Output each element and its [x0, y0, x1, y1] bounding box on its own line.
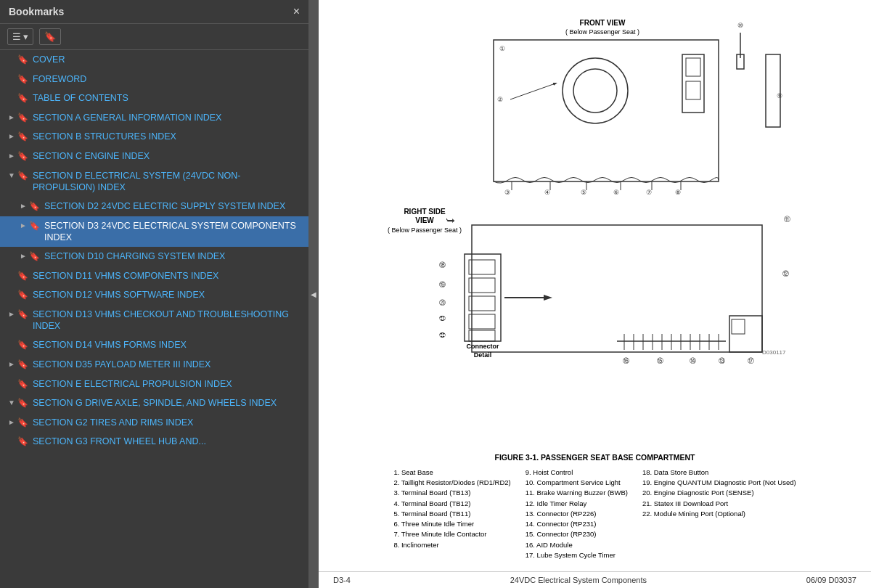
legend-section: 1. Seat Base 2. Taillight Resistor/Diode… — [393, 467, 796, 560]
bookmark-foreword[interactable]: 🔖 FOREWORD — [0, 70, 308, 89]
svg-text:⑲: ⑲ — [439, 281, 446, 288]
bookmark-icon-d2: 🔖 — [29, 201, 41, 213]
no-arrow-e — [6, 379, 17, 388]
bookmark-section-d11[interactable]: 🔖 SECTION D11 VHMS COMPONENTS INDEX — [0, 266, 308, 286]
bookmark-section-b[interactable]: ► 🔖 SECTION B STRUCTURES INDEX — [0, 127, 308, 147]
expand-arrow-d3: ► — [17, 221, 29, 230]
bookmark-button[interactable]: 🔖 — [39, 28, 61, 45]
legend-item: 18. Data Store Button — [642, 467, 796, 478]
svg-text:( Below Passenger Seat ): ( Below Passenger Seat ) — [387, 226, 461, 234]
bookmark-icon-d10: 🔖 — [29, 251, 41, 263]
bookmark-icon-cover: 🔖 — [17, 54, 29, 66]
svg-text:④: ④ — [544, 189, 550, 196]
svg-text:⑭: ⑭ — [690, 357, 696, 364]
bookmark-label-cover: COVER — [33, 54, 303, 65]
svg-text:RIGHT SIDE: RIGHT SIDE — [404, 208, 446, 216]
bookmark-icon-d35: 🔖 — [17, 359, 29, 371]
bookmarks-panel: Bookmarks × ☰ ▾ 🔖 🔖 COVER 🔖 FO — [0, 0, 308, 588]
bookmark-icon-e: 🔖 — [17, 379, 29, 391]
bookmark-icon-d14: 🔖 — [17, 340, 29, 351]
svg-rect-15 — [766, 54, 780, 127]
svg-rect-45 — [469, 330, 495, 341]
legend-item: 21. Statex III Download Port — [642, 499, 796, 509]
no-arrow-d11 — [6, 271, 17, 280]
bookmark-label-e: SECTION E ELECTRICAL PROPULSION INDEX — [33, 378, 303, 390]
svg-rect-60 — [732, 319, 745, 334]
bookmark-section-d2[interactable]: ► 🔖 SECTION D2 24VDC ELECTRIC SUPPLY SYS… — [0, 197, 308, 216]
svg-text:Detail: Detail — [473, 351, 491, 359]
legend-item: 20. Engine Diagnostic Port (SENSE) — [642, 488, 796, 498]
legend-item: 11. Brake Warning Buzzer (BWB) — [526, 488, 628, 498]
svg-text:⑥: ⑥ — [613, 189, 619, 196]
bookmark-label-g3: SECTION G3 FRONT WHEEL HUB AND... — [33, 436, 303, 447]
legend-item: 19. Engine QUANTUM Diagnostic Port (Not … — [642, 478, 796, 488]
bookmark-section-a[interactable]: ► 🔖 SECTION A GENERAL INFORMATION INDEX — [0, 108, 308, 128]
bookmark-list: 🔖 COVER 🔖 FOREWORD 🔖 TABLE OF CONTENTS ►… — [0, 50, 308, 588]
figure-caption: FIGURE 3-1. PASSENGER SEAT BASE COMPARTM… — [495, 453, 695, 462]
bookmark-section-d12[interactable]: 🔖 SECTION D12 VHMS SOFTWARE INDEX — [0, 285, 308, 305]
bookmark-icon-c: 🔖 — [17, 151, 29, 163]
svg-text:⑩: ⑩ — [737, 22, 743, 29]
svg-text:⑧: ⑧ — [675, 189, 681, 196]
expand-arrow-a: ► — [6, 113, 17, 122]
technical-diagram: FRONT VIEW ( Below Passenger Seat ) ⑩ — [340, 15, 849, 449]
bookmark-section-e[interactable]: 🔖 SECTION E ELECTRICAL PROPULSION INDEX — [0, 375, 308, 394]
bookmark-section-g3[interactable]: 🔖 SECTION G3 FRONT WHEEL HUB AND... — [0, 432, 308, 452]
expand-arrow-d2: ► — [17, 201, 29, 211]
bookmark-section-c[interactable]: ► 🔖 SECTION C ENGINE INDEX — [0, 147, 308, 166]
legend-item: 2. Taillight Resistor/Diodes (RD1/RD2) — [393, 478, 510, 488]
footer-date-ref: 06/09 D03037 — [806, 576, 856, 584]
bookmark-label-d: SECTION D ELECTRICAL SYSTEM (24VDC NON-P… — [33, 170, 303, 194]
bookmark-cover[interactable]: 🔖 COVER — [0, 50, 308, 70]
no-arrow — [6, 74, 17, 83]
bookmark-section-d3[interactable]: ► 🔖 SECTION D3 24VDC ELECTRICAL SYSTEM C… — [0, 216, 308, 248]
bookmark-section-d10[interactable]: ► 🔖 SECTION D10 CHARGING SYSTEM INDEX — [0, 247, 308, 266]
footer-page-number: D3-4 — [333, 576, 351, 584]
expand-all-button[interactable]: ☰ ▾ — [7, 28, 33, 45]
expand-arrow-d35: ► — [6, 359, 17, 369]
legend-item: 10. Compartment Service Light — [526, 478, 628, 488]
bookmark-section-d35[interactable]: ► 🔖 SECTION D35 PAYLOAD METER III INDEX — [0, 355, 308, 375]
close-button[interactable]: × — [293, 6, 300, 17]
pdf-footer: D3-4 24VDC Electrical System Components … — [319, 571, 871, 588]
bookmark-section-d14[interactable]: 🔖 SECTION D14 VHMS FORMS INDEX — [0, 335, 308, 355]
svg-point-7 — [573, 69, 617, 113]
panel-collapse-handle[interactable]: ◀ — [308, 0, 319, 588]
bookmark-toc[interactable]: 🔖 TABLE OF CONTENTS — [0, 89, 308, 108]
svg-rect-12 — [686, 58, 700, 76]
svg-text:Connector: Connector — [466, 343, 499, 350]
legend-item: 1. Seat Base — [393, 467, 510, 478]
bookmark-icon-b: 🔖 — [17, 131, 29, 143]
svg-text:㉒: ㉒ — [439, 332, 446, 339]
bookmark-icon-g2: 🔖 — [17, 417, 29, 429]
legend-item: 14. Connector (RP231) — [526, 519, 628, 529]
bookmark-label-d11: SECTION D11 VHMS COMPONENTS INDEX — [33, 270, 303, 282]
legend-col-1: 1. Seat Base 2. Taillight Resistor/Diode… — [393, 467, 510, 560]
svg-text:⑮: ⑮ — [657, 357, 663, 364]
svg-text:( Below Passenger Seat ): ( Below Passenger Seat ) — [565, 28, 639, 36]
legend-item: 9. Hoist Control — [526, 467, 628, 478]
bookmark-icon-d3: 🔖 — [29, 221, 41, 232]
bookmark-section-g2[interactable]: ► 🔖 SECTION G2 TIRES AND RIMS INDEX — [0, 413, 308, 433]
expand-arrow-c: ► — [6, 151, 17, 160]
bookmark-label-foreword: FOREWORD — [33, 73, 303, 85]
legend-item: 7. Three Minute Idle Contactor — [393, 529, 510, 539]
svg-text:⮩: ⮩ — [446, 216, 455, 226]
bookmark-section-d13[interactable]: ► 🔖 SECTION D13 VHMS CHECKOUT AND TROUBL… — [0, 305, 308, 336]
expand-arrow-b: ► — [6, 131, 17, 141]
bookmark-label-d14: SECTION D14 VHMS FORMS INDEX — [33, 339, 303, 351]
svg-text:③: ③ — [504, 189, 510, 196]
legend-item: 5. Terminal Board (TB11) — [393, 509, 510, 519]
bookmark-icon-g3: 🔖 — [17, 436, 29, 448]
bookmark-label-c: SECTION C ENGINE INDEX — [33, 150, 303, 162]
svg-text:VIEW: VIEW — [415, 216, 434, 224]
bookmark-label-d35: SECTION D35 PAYLOAD METER III INDEX — [33, 359, 303, 370]
bookmark-icon-d11: 🔖 — [17, 271, 29, 282]
svg-text:⑱: ⑱ — [439, 261, 446, 269]
svg-rect-43 — [469, 296, 495, 311]
svg-text:⑳: ⑳ — [439, 299, 446, 306]
bookmark-section-g[interactable]: ▼ 🔖 SECTION G DRIVE AXLE, SPINDLE, AND W… — [0, 393, 308, 413]
legend-item: 17. Lube System Cycle Timer — [526, 550, 628, 560]
bookmark-section-d[interactable]: ▼ 🔖 SECTION D ELECTRICAL SYSTEM (24VDC N… — [0, 166, 308, 197]
no-arrow — [6, 54, 17, 64]
